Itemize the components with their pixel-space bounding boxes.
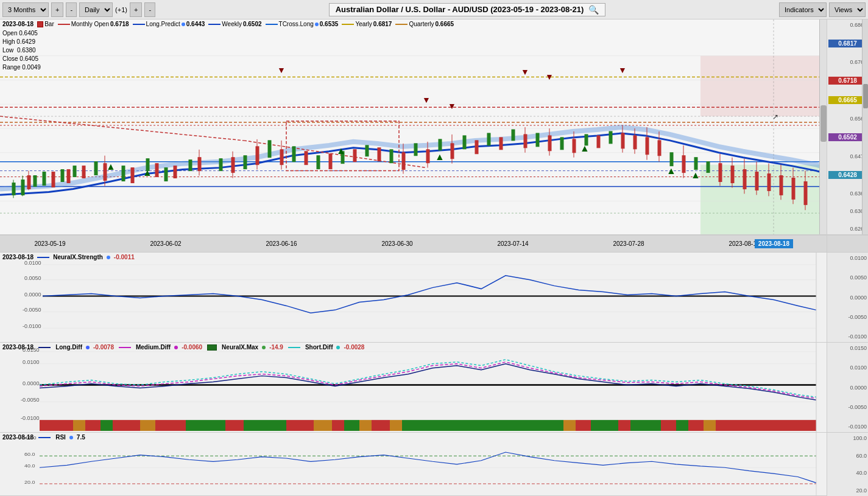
- svg-text:▼: ▼: [277, 65, 286, 75]
- rsi-axis: 100.0 60.0 40.0 20.0: [827, 433, 868, 496]
- svg-rect-32: [164, 168, 168, 181]
- svg-text:0.0050: 0.0050: [24, 275, 41, 281]
- svg-rect-41: [390, 150, 393, 163]
- price-level-2: 0.6760: [828, 59, 867, 65]
- price-level-11: 0.6260: [828, 226, 867, 232]
- svg-rect-2: [700, 56, 827, 116]
- svg-text:▼: ▼: [521, 68, 529, 77]
- svg-rect-35: [244, 156, 247, 169]
- svg-rect-203: [704, 420, 716, 431]
- svg-text:40.0: 40.0: [24, 464, 35, 469]
- svg-rect-83: [499, 138, 503, 150]
- svg-text:0.0000: 0.0000: [23, 380, 39, 386]
- svg-rect-146: [0, 343, 827, 432]
- svg-rect-57: [67, 170, 70, 183]
- svg-rect-74: [353, 150, 356, 162]
- neuralx-svg: 0.0100 0.0050 0.0000 -0.0050 -0.0100: [0, 253, 827, 342]
- svg-rect-185: [445, 420, 460, 431]
- price-level-7: 0.6470: [828, 153, 867, 159]
- svg-text:-0.0100: -0.0100: [23, 323, 41, 329]
- rsi-header: 2023-08-18 RSI 7.5: [2, 434, 85, 441]
- svg-rect-193: [563, 420, 576, 431]
- date-label-3: 2023-06-30: [381, 240, 412, 247]
- sub-interval-btn[interactable]: -: [144, 2, 155, 17]
- sub-period-btn[interactable]: -: [66, 2, 77, 17]
- search-icon[interactable]: 🔍: [588, 5, 599, 15]
- neuralx-header: 2023-08-18 NeuralX.Strength -0.0011: [2, 254, 135, 260]
- price-level-6817: 0.6817: [828, 40, 867, 47]
- current-date-label: 2023-08-18: [2, 21, 34, 27]
- indicators-select[interactable]: Indicators: [779, 2, 827, 17]
- price-scrollbar[interactable]: [862, 19, 868, 234]
- neuralx-panel[interactable]: 2023-08-18 NeuralX.Strength -0.0011 ▼ ✕ …: [0, 253, 827, 343]
- price-level-10: 0.6300: [828, 208, 867, 214]
- svg-rect-201: [676, 420, 688, 431]
- svg-rect-192: [545, 420, 563, 431]
- svg-text:▲: ▲: [580, 143, 590, 153]
- svg-rect-166: [168, 420, 186, 431]
- svg-rect-200: [661, 420, 676, 431]
- add-interval-btn[interactable]: +: [130, 2, 142, 17]
- yearly-legend: Yearly 0.6817: [342, 21, 392, 27]
- interval-select[interactable]: Daily: [79, 2, 113, 17]
- svg-rect-205: [731, 420, 743, 431]
- date-label-4: 2023-07-14: [497, 240, 528, 247]
- svg-rect-171: [244, 420, 256, 431]
- top-toolbar: 3 Months + - Daily (+1) + - Australian D…: [0, 0, 868, 19]
- svg-text:0.0000: 0.0000: [24, 292, 41, 298]
- svg-rect-186: [460, 420, 472, 431]
- svg-text:-0.0050: -0.0050: [21, 397, 39, 403]
- svg-text:-0.0050: -0.0050: [23, 307, 41, 313]
- svg-text:▲: ▲: [435, 152, 445, 162]
- price-level-9: 0.6360: [828, 190, 867, 197]
- date-highlight: 2023-08-18: [755, 239, 793, 248]
- svg-rect-202: [688, 420, 704, 431]
- svg-rect-175: [302, 420, 314, 431]
- svg-rect-42: [414, 144, 417, 156]
- svg-rect-58: [82, 166, 85, 178]
- rsi-svg: 100.0 60.0 40.0 20.0: [0, 433, 827, 495]
- price-chart[interactable]: 2023-08-18 Bar Monthly Open 0.6718 Long.…: [0, 19, 827, 236]
- svg-rect-26: [43, 172, 46, 186]
- chart-scrollbar[interactable]: [819, 19, 827, 234]
- views-select[interactable]: Views: [829, 2, 866, 17]
- long-predict-legend: Long.Predict 0.6443: [133, 21, 205, 27]
- svg-text:▼: ▼: [618, 65, 627, 75]
- bar-legend: Bar: [37, 21, 54, 27]
- svg-rect-182: [402, 420, 417, 431]
- price-level-5: 0.6560: [828, 116, 867, 122]
- svg-rect-56: [52, 172, 55, 187]
- svg-rect-195: [591, 420, 603, 431]
- svg-rect-75: [378, 148, 381, 161]
- svg-rect-169: [213, 420, 225, 431]
- svg-rect-173: [274, 420, 286, 431]
- svg-rect-167: [186, 420, 198, 431]
- svg-rect-28: [73, 166, 76, 177]
- svg-rect-47: [536, 133, 539, 147]
- rsi-panel[interactable]: 2023-08-18 RSI 7.5 ▼ ✕ 100.0 60.0 40.0 2…: [0, 433, 827, 496]
- svg-rect-196: [603, 420, 618, 431]
- price-level-6428: 0.6428: [828, 171, 867, 179]
- svg-rect-25: [34, 176, 37, 187]
- svg-rect-174: [286, 420, 302, 431]
- diff-panel[interactable]: 2023-08-18 Long.Diff -0.0078 Medium.Diff…: [0, 343, 827, 433]
- diff-svg: 0.0150 0.0100 0.0000 -0.0050 -0.0100: [0, 343, 827, 432]
- svg-rect-48: [560, 138, 563, 150]
- period-select[interactable]: 3 Months: [2, 2, 49, 17]
- chart-legend: 2023-08-18 Bar Monthly Open 0.6718 Long.…: [2, 21, 794, 27]
- price-axis: 0.6860 0.6817 0.6760 0.6718 0.6665 0.656…: [827, 19, 868, 236]
- svg-text:-0.0100: -0.0100: [21, 415, 39, 421]
- svg-rect-177: [332, 420, 344, 431]
- svg-rect-181: [390, 420, 402, 431]
- price-level-6665: 0.6665: [828, 96, 867, 104]
- svg-rect-53: [707, 162, 710, 173]
- svg-rect-157: [40, 420, 58, 431]
- svg-rect-179: [359, 420, 372, 431]
- svg-text:▲: ▲: [143, 167, 152, 178]
- weekly-legend: Weekly 0.6502: [208, 21, 261, 27]
- svg-rect-212: [0, 433, 827, 495]
- price-level-6502: 0.6502: [828, 133, 867, 141]
- svg-rect-37: [292, 147, 295, 162]
- add-period-btn[interactable]: +: [51, 2, 63, 17]
- svg-rect-161: [101, 420, 113, 431]
